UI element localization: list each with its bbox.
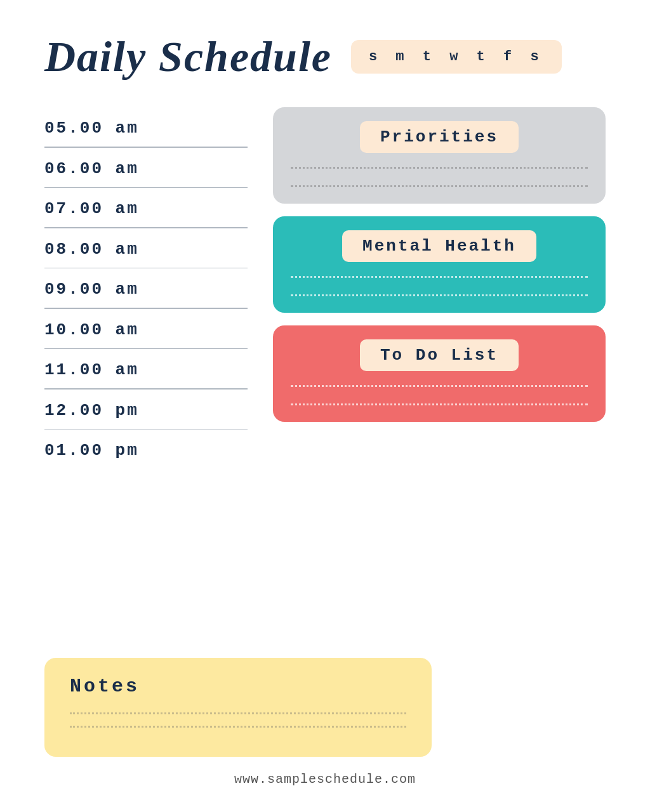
time-slot-0800: 08.00 am [44,228,248,269]
todo-dotted-line-2 [291,403,588,405]
time-column: 05.00 am 06.00 am 07.00 am 08.00 am 09.0… [44,107,248,639]
time-slot-1100: 11.00 am [44,349,248,390]
priorities-label: Priorities [360,121,519,153]
mental-dotted-line-2 [291,294,588,296]
priorities-dotted-line-2 [291,185,588,187]
mental-dotted-line-1 [291,276,588,278]
cards-column: Priorities Mental Health To Do List [273,107,606,639]
time-slot-0600: 06.00 am [44,148,248,188]
main-content: 05.00 am 06.00 am 07.00 am 08.00 am 09.0… [44,107,606,639]
page-title: Daily Schedule [44,32,332,82]
page: Daily Schedule s m t w t f s 05.00 am 06… [0,0,650,812]
priorities-card: Priorities [273,107,606,204]
priorities-dotted-line-1 [291,167,588,169]
notes-label: Notes [70,676,406,697]
time-slot-1200: 12.00 pm [44,390,248,430]
time-slot-0700: 07.00 am [44,188,248,228]
todo-card: To Do List [273,325,606,422]
footer: www.sampleschedule.com [44,772,606,787]
mental-health-card: Mental Health [273,216,606,313]
todo-dotted-line-1 [291,385,588,387]
time-slot-0900: 09.00 am [44,268,248,309]
mental-health-label: Mental Health [342,230,536,262]
todo-label: To Do List [360,339,519,371]
footer-url: www.sampleschedule.com [234,772,416,787]
notes-dotted-line-2 [70,726,406,728]
days-badge: s m t w t f s [351,40,562,74]
notes-dotted-line-1 [70,712,406,714]
priorities-label-wrapper: Priorities [291,121,588,153]
header: Daily Schedule s m t w t f s [44,32,606,82]
notes-section: Notes [44,658,432,757]
time-slot-0500: 05.00 am [44,107,248,148]
todo-label-wrapper: To Do List [291,339,588,371]
mental-health-label-wrapper: Mental Health [291,230,588,262]
time-slot-0100pm: 01.00 pm [44,429,248,469]
time-slot-1000: 10.00 am [44,309,248,350]
bottom-area: Notes www.sampleschedule.com [44,645,606,787]
